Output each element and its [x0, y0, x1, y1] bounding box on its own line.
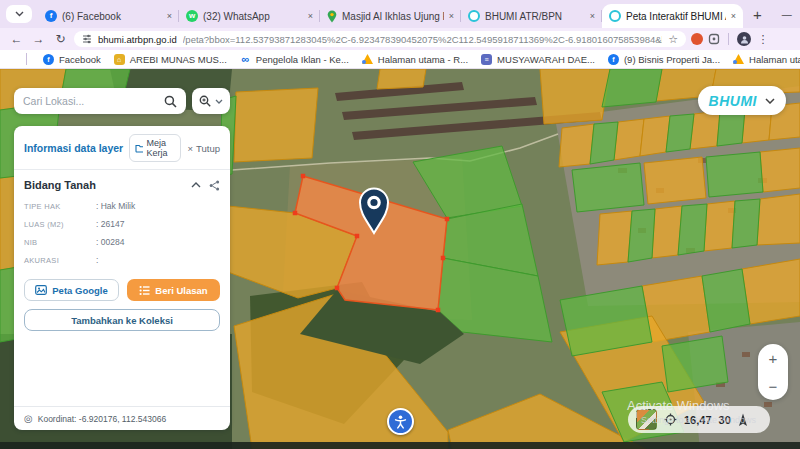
accessibility-button[interactable] [387, 408, 414, 435]
beri-ulasan-button[interactable]: Beri Ulasan [127, 279, 220, 301]
facebook-icon [608, 54, 619, 65]
reload-button[interactable]: ↻ [52, 32, 69, 46]
document-icon [481, 54, 492, 65]
forward-button[interactable]: → [30, 32, 47, 46]
tab-whatsapp[interactable]: (32) WhatsApp × [179, 4, 320, 28]
tab-label: Masjid Al Ikhlas Ujung Pangi [342, 11, 444, 22]
meja-kerja-button[interactable]: Meja Kerja [129, 134, 181, 162]
share-icon[interactable] [209, 180, 220, 191]
advanced-search-button[interactable] [192, 88, 230, 114]
tab-label: (32) WhatsApp [203, 11, 303, 22]
bookmark-label: Halaman utama - R... [378, 54, 468, 65]
facebook-favicon [45, 10, 57, 22]
bookmark-label: Halaman utama - R... [749, 54, 800, 65]
bookmark-star-icon[interactable]: ☆ [668, 33, 678, 46]
tab-close-icon[interactable]: × [167, 11, 172, 21]
close-panel-button[interactable]: × Tutup [187, 143, 220, 154]
tab-peta-interaktif-active[interactable]: Peta Interaktif BHUMI ATR/B × [602, 4, 743, 28]
field-luas: LUAS (M2) : 26147 [14, 215, 230, 233]
coordinate-readout: ◎ Koordinat: -6.920176, 112.543066 [14, 406, 230, 430]
field-label: AKURASI [24, 256, 96, 265]
new-tab-button[interactable]: + [753, 6, 762, 23]
browser-toolbar: ← → ↻ bhumi.atrbpn.go.id /peta?bbox=112.… [0, 28, 800, 50]
minimize-button[interactable]: — [772, 9, 800, 20]
beri-ulasan-label: Beri Ulasan [155, 285, 207, 296]
tutup-label: Tutup [196, 143, 220, 154]
bookmark-halaman-utama-1[interactable]: Halaman utama - R... [362, 54, 468, 65]
map-viewport: Informasi data layer Meja Kerja × Tutup … [0, 69, 800, 449]
profile-avatar[interactable] [737, 32, 751, 46]
bookmark-bisnis-properti[interactable]: (9) Bisnis Properti Ja... [608, 54, 720, 65]
person-icon [740, 35, 749, 44]
back-button[interactable]: ← [8, 32, 25, 46]
site-settings-icon[interactable] [82, 34, 92, 44]
review-list-icon [139, 285, 150, 296]
compass-north-icon[interactable] [738, 413, 748, 427]
coordinate-target-icon: ◎ [24, 413, 33, 424]
bookmark-facebook[interactable]: Facebook [43, 54, 101, 65]
bookmarks-bar: Facebook AREBI MUNAS MUS... Pengelola Ik… [0, 50, 800, 69]
tab-label: Peta Interaktif BHUMI ATR/B [626, 11, 726, 22]
tambahkan-ke-koleksi-button[interactable]: Tambahkan ke Koleksi [24, 309, 220, 331]
search-icon[interactable] [164, 95, 177, 108]
tab-label: BHUMI ATR/BPN [485, 11, 585, 22]
tab-close-icon[interactable]: × [449, 11, 454, 21]
field-value: : Hak Milik [96, 201, 135, 211]
search-input[interactable] [23, 95, 158, 107]
field-nib: NIB : 00284 [14, 233, 230, 251]
address-bar[interactable]: bhumi.atrbpn.go.id /peta?bbox=112.537938… [74, 31, 686, 47]
field-label: NIB [24, 238, 96, 247]
peta-google-button[interactable]: Peta Google [24, 279, 119, 301]
bookmark-musyawarah[interactable]: MUSYAWARAH DAE... [481, 54, 595, 65]
collapse-chevron-up-icon[interactable] [191, 182, 201, 188]
field-tipe-hak: TIPE HAK : Hak Milik [14, 197, 230, 215]
browser-menu-icon[interactable]: ⋮ [756, 33, 770, 46]
bookmark-label: AREBI MUNAS MUS... [130, 54, 227, 65]
window-controls: — □ × [772, 0, 800, 28]
section-header: Bidang Tanah [14, 170, 230, 197]
extensions-puzzle-icon[interactable] [708, 33, 720, 45]
bookmark-halaman-utama-2[interactable]: Halaman utama - R... [733, 54, 800, 65]
zoom-area-search-icon [199, 95, 211, 107]
tab-close-icon[interactable]: × [590, 11, 595, 21]
bookmark-arebi[interactable]: AREBI MUNAS MUS... [114, 54, 227, 65]
meja-kerja-label: Meja Kerja [147, 138, 176, 158]
map-status-bar: 16,47 30 [628, 406, 770, 433]
panel-title: Informasi data layer [24, 142, 123, 154]
zoom-in-button[interactable]: + [769, 351, 778, 366]
bookmark-pengelola-iklan[interactable]: Pengelola Iklan - Ke... [240, 54, 349, 65]
close-icon: × [187, 143, 193, 154]
maps-pin-favicon [327, 10, 337, 23]
tab-label: (6) Facebook [62, 11, 162, 22]
crosshair-locate-icon[interactable] [664, 413, 677, 426]
map-zoom-control: + − [758, 344, 788, 400]
tab-maps[interactable]: Masjid Al Ikhlas Ujung Pangi × [320, 4, 461, 28]
coordinate-text: Koordinat: -6.920176, 112.543066 [38, 414, 166, 424]
url-host: bhumi.atrbpn.go.id [98, 34, 177, 45]
section-title: Bidang Tanah [24, 179, 183, 191]
divider [728, 33, 729, 45]
layer-info-panel: Informasi data layer Meja Kerja × Tutup … [14, 126, 230, 430]
bearing-readout: 30 [719, 414, 731, 426]
chevron-down-icon [15, 11, 24, 17]
panel-header: Informasi data layer Meja Kerja × Tutup [14, 126, 230, 170]
basemap-thumbnail[interactable] [636, 409, 657, 430]
field-label: TIPE HAK [24, 202, 96, 211]
arebi-icon [114, 54, 125, 65]
meta-icon [240, 54, 251, 65]
zoom-out-button[interactable]: − [769, 379, 778, 394]
bhumi-brand-menu[interactable]: BHUMI [698, 86, 786, 115]
bhumi-logo: BHUMI [709, 93, 757, 109]
tab-close-icon[interactable]: × [731, 11, 736, 21]
tab-search-button[interactable] [6, 5, 32, 23]
folder-icon [135, 144, 142, 153]
tab-facebook[interactable]: (6) Facebook × [38, 4, 179, 28]
bhumi-favicon [468, 10, 480, 22]
field-value: : 26147 [96, 219, 124, 229]
facebook-icon [43, 54, 54, 65]
tab-bhumi-home[interactable]: BHUMI ATR/BPN × [461, 4, 602, 28]
extension-icon[interactable] [691, 33, 703, 45]
chevron-down-icon [765, 98, 775, 104]
tab-close-icon[interactable]: × [308, 11, 313, 21]
field-label: LUAS (M2) [24, 220, 96, 229]
